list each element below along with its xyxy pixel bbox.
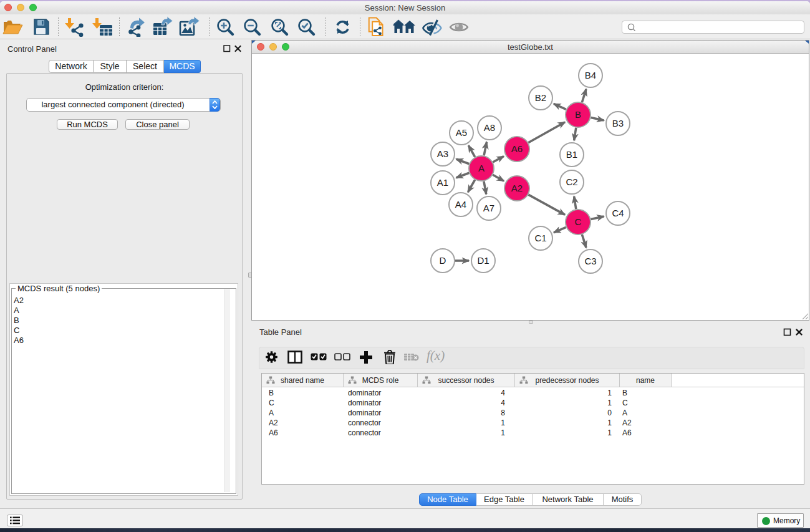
svg-text:A5: A5 bbox=[456, 127, 467, 138]
svg-text:B4: B4 bbox=[585, 70, 596, 80]
svg-text:C2: C2 bbox=[566, 177, 577, 187]
svg-text:A8: A8 bbox=[484, 122, 495, 133]
svg-text:B3: B3 bbox=[612, 118, 624, 128]
svg-text:A4: A4 bbox=[455, 199, 466, 210]
svg-text:B: B bbox=[575, 109, 581, 120]
svg-text:C4: C4 bbox=[612, 208, 624, 218]
svg-text:C3: C3 bbox=[584, 256, 596, 266]
svg-text:C: C bbox=[575, 216, 582, 227]
svg-text:A: A bbox=[478, 163, 485, 173]
svg-text:A7: A7 bbox=[483, 203, 494, 213]
svg-text:A6: A6 bbox=[511, 143, 523, 154]
svg-text:A2: A2 bbox=[511, 183, 523, 193]
svg-text:D1: D1 bbox=[477, 255, 489, 266]
svg-text:B1: B1 bbox=[566, 149, 577, 160]
svg-text:B2: B2 bbox=[535, 92, 546, 103]
svg-text:C1: C1 bbox=[534, 233, 546, 243]
svg-text:A3: A3 bbox=[437, 148, 448, 159]
svg-text:A1: A1 bbox=[437, 177, 448, 188]
svg-text:D: D bbox=[440, 255, 446, 266]
